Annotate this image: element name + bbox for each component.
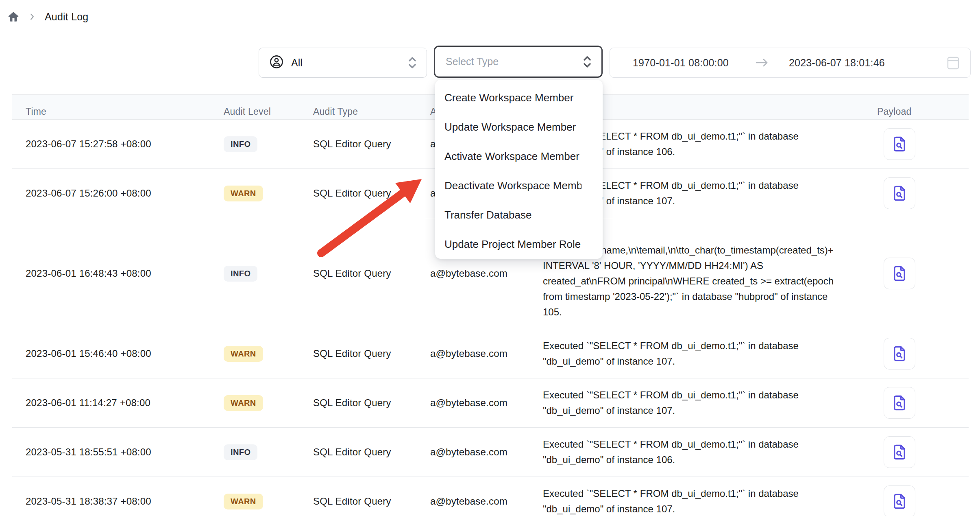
date-from[interactable]: 1970-01-01 08:00:00 <box>633 57 729 69</box>
cell-audit-type: SQL Editor Query <box>301 397 418 409</box>
cell-payload <box>864 177 969 209</box>
cell-payload <box>864 387 969 419</box>
date-range-picker[interactable]: 1970-01-01 08:00:00 2023-06-07 18:01:46 <box>610 48 971 78</box>
status-badge: INFO <box>224 136 257 152</box>
cell-comment: Executed `"SELECT * FROM db_ui_demo.t1;"… <box>531 428 864 477</box>
cell-actor: a@bytebase.com <box>418 397 531 409</box>
cell-time: 2023-06-01 15:46:40 +08:00 <box>12 348 211 359</box>
cell-payload <box>864 436 969 468</box>
arrow-right-icon <box>729 57 789 69</box>
dropdown-option-transfer-database[interactable]: Transfer Database <box>435 200 581 230</box>
updown-chevrons-icon <box>407 56 418 70</box>
table-row: 2023-06-01 15:46:40 +08:00 WARN SQL Edit… <box>12 329 969 378</box>
table-row: 2023-05-31 18:55:51 +08:00 INFO SQL Edit… <box>12 428 969 477</box>
cell-audit-level: WARN <box>211 395 301 411</box>
cell-time: 2023-06-07 15:27:58 +08:00 <box>12 138 211 150</box>
cell-comment: Executed `"SELECT * FROM db_ui_demo.t1;"… <box>531 329 864 378</box>
dropdown-option-deactivate-workspace-member[interactable]: Deactivate Workspace Member <box>435 171 581 200</box>
cell-actor: a@bytebase.com <box>418 268 531 279</box>
col-header-audit-level: Audit Level <box>211 106 301 117</box>
user-circle-icon <box>269 54 284 71</box>
dropdown-option-activate-workspace-member[interactable]: Activate Workspace Member <box>435 142 581 171</box>
file-search-icon <box>891 394 908 411</box>
cell-audit-type: SQL Editor Query <box>301 138 418 150</box>
cell-payload <box>864 258 969 289</box>
file-search-icon <box>891 136 908 153</box>
type-filter-dropdown: Create Workspace Member Update Workspace… <box>435 80 603 259</box>
cell-audit-level: INFO <box>211 136 301 152</box>
view-payload-button[interactable] <box>884 436 915 468</box>
view-payload-button[interactable] <box>884 338 915 370</box>
file-search-icon <box>891 444 908 461</box>
file-search-icon <box>891 265 908 282</box>
cell-audit-level: INFO <box>211 444 301 460</box>
col-header-time: Time <box>12 106 211 117</box>
cell-payload <box>864 485 969 516</box>
cell-time: 2023-05-31 18:38:37 +08:00 <box>12 496 211 507</box>
cell-actor: a@bytebase.com <box>418 496 531 507</box>
dropdown-option-update-project-member-role[interactable]: Update Project Member Role <box>435 230 581 259</box>
status-badge: WARN <box>224 395 263 411</box>
table-row: 2023-05-31 18:38:37 +08:00 WARN SQL Edit… <box>12 477 969 516</box>
cell-actor: a@bytebase.com <box>418 348 531 359</box>
table-row: 2023-06-01 11:14:27 +08:00 WARN SQL Edit… <box>12 378 969 428</box>
col-header-audit-type: Audit Type <box>301 106 418 117</box>
breadcrumb: Audit Log <box>7 11 88 23</box>
dropdown-option-update-workspace-member[interactable]: Update Workspace Member <box>435 112 581 142</box>
view-payload-button[interactable] <box>884 258 915 289</box>
calendar-icon[interactable] <box>947 55 960 70</box>
type-filter-placeholder: Select Type <box>446 56 582 68</box>
cell-comment: Executed `"SELECT * FROM db_ui_demo.t1;"… <box>531 378 864 427</box>
cell-audit-type: SQL Editor Query <box>301 268 418 279</box>
file-search-icon <box>891 185 908 202</box>
status-badge: WARN <box>224 186 263 201</box>
file-search-icon <box>891 493 908 510</box>
cell-time: 2023-06-07 15:26:00 +08:00 <box>12 188 211 199</box>
view-payload-button[interactable] <box>884 128 915 160</box>
cell-time: 2023-06-01 16:48:43 +08:00 <box>12 268 211 279</box>
date-to[interactable]: 2023-06-07 18:01:46 <box>789 57 885 69</box>
cell-time: 2023-05-31 18:55:51 +08:00 <box>12 446 211 458</box>
chevron-right-icon <box>28 12 37 21</box>
cell-payload <box>864 338 969 370</box>
cell-audit-level: WARN <box>211 494 301 509</box>
status-badge: INFO <box>224 266 257 282</box>
home-icon[interactable] <box>7 11 20 23</box>
cell-payload <box>864 128 969 160</box>
cell-actor: a@bytebase.com <box>418 446 531 458</box>
cell-audit-level: INFO <box>211 266 301 282</box>
status-badge: WARN <box>224 494 263 509</box>
view-payload-button[interactable] <box>884 177 915 209</box>
cell-audit-type: SQL Editor Query <box>301 496 418 507</box>
cell-audit-level: WARN <box>211 346 301 362</box>
col-header-payload: Payload <box>864 106 969 117</box>
cell-audit-type: SQL Editor Query <box>301 446 418 458</box>
status-badge: INFO <box>224 444 257 460</box>
dropdown-option-create-workspace-member[interactable]: Create Workspace Member <box>435 83 581 112</box>
cell-audit-level: WARN <box>211 186 301 201</box>
cell-comment: Executed `"SELECT * FROM db_ui_demo.t1;"… <box>531 477 864 516</box>
file-search-icon <box>891 345 908 362</box>
updown-chevrons-icon <box>582 55 592 69</box>
type-filter-select[interactable]: Select Type <box>434 46 603 78</box>
actor-filter-value: All <box>291 57 400 69</box>
view-payload-button[interactable] <box>884 387 915 419</box>
cell-time: 2023-06-01 11:14:27 +08:00 <box>12 397 211 409</box>
cell-audit-type: SQL Editor Query <box>301 348 418 359</box>
view-payload-button[interactable] <box>884 485 915 516</box>
cell-audit-type: SQL Editor Query <box>301 188 418 199</box>
status-badge: WARN <box>224 346 263 362</box>
actor-filter-select[interactable]: All <box>259 48 427 78</box>
page-title: Audit Log <box>45 11 88 23</box>
